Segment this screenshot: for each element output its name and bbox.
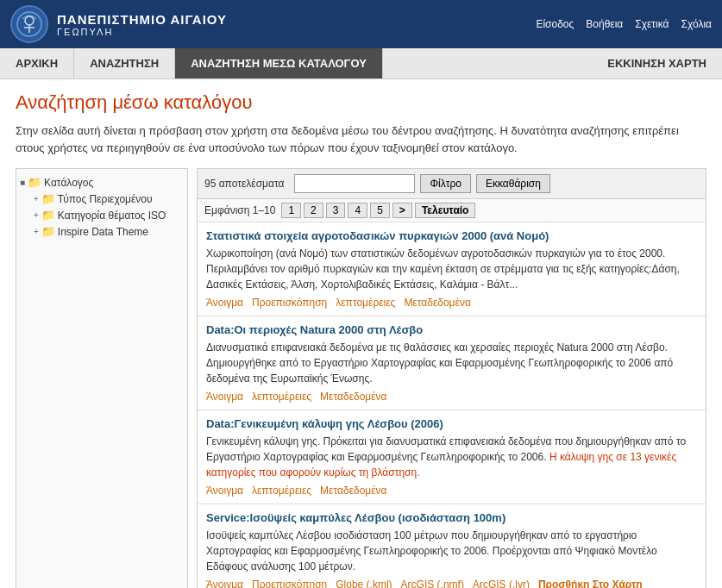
tree-root[interactable]: ■ 📁 Κατάλογος (20, 174, 184, 191)
tree-content-type-label: Τύπος Περιεχομένου (58, 193, 153, 205)
result-1-action-3[interactable]: Μεταδεδομένα (404, 297, 470, 309)
result-item-4: Service:Ισοϋψείς καμπύλες Λέσβου (ισοδιά… (198, 504, 706, 588)
result-4-action-4[interactable]: ArcGIS (.lyr) (473, 579, 530, 588)
help-link[interactable]: Βοήθεια (586, 18, 623, 30)
result-title-4[interactable]: Service:Ισοϋψείς καμπύλες Λέσβου (ισοδιά… (206, 511, 697, 524)
results-count: 95 αποτελέσματα (204, 178, 284, 190)
about-link[interactable]: Σχετικά (635, 18, 669, 30)
root-expander[interactable]: ■ (20, 178, 25, 187)
result-item-3: Data:Γενικευμένη κάλυψη γης Λέσβου (2006… (198, 410, 706, 504)
pagination-label: Εμφάνιση 1–10 (204, 204, 275, 216)
result-desc-text-4: Ισοϋψείς καμπύλες Λέσβου ισοδιάσταση 100… (206, 529, 657, 572)
result-1-action-1[interactable]: Προεπισκόπηση (252, 297, 327, 309)
page-btn-2[interactable]: 2 (304, 203, 323, 218)
nav-catalog[interactable]: ΑΝΑΖΗΤΗΣΗ ΜΕΣΩ ΚΑΤΑΛΟΓΟΥ (175, 48, 383, 78)
result-title-2[interactable]: Data:Οι περιοχές Natura 2000 στη Λέσβο (206, 323, 697, 336)
inspire-theme-expander[interactable]: + (34, 227, 39, 236)
start-map-button[interactable]: ΕΚΚΙΝΗΣΗ ΧΑΡΤΗ (592, 48, 722, 78)
comments-link[interactable]: Σχόλια (681, 18, 712, 30)
main-area: ■ 📁 Κατάλογος + 📁 Τύπος Περιεχομένου + 📁… (16, 168, 706, 588)
university-logo (10, 5, 48, 43)
result-desc-4: Ισοϋψείς καμπύλες Λέσβου ισοδιάσταση 100… (206, 528, 697, 574)
tree-iso-category[interactable]: + 📁 Κατηγορία θέματος ISO (34, 207, 184, 223)
result-actions-3: Άνοιγμα λεπτομέρειες Μεταδεδομένα (206, 485, 697, 497)
result-desc-1: Χωρικοποίηση (ανά Νομό) των στατιστικών … (206, 246, 697, 292)
result-2-action-1[interactable]: λεπτομέρειες (252, 391, 311, 403)
result-desc-2: Διανυσματικά επιφανειακά δεδομένα με τις… (206, 340, 697, 386)
page-btn-5[interactable]: 5 (370, 203, 390, 218)
results-panel: 95 αποτελέσματα Φίλτρο Εκκαθάριση Εμφάνι… (197, 168, 706, 588)
result-4-action-1[interactable]: Προεπισκόπηση (252, 579, 327, 588)
result-4-action-3[interactable]: ArcGIS (.nmf) (401, 579, 464, 588)
result-2-action-0[interactable]: Άνοιγμα (206, 391, 243, 403)
tree-iso-category-label: Κατηγορία θέματος ISO (58, 210, 166, 222)
iso-category-folder-icon: 📁 (41, 209, 55, 222)
header: ΠΑΝΕΠΙΣΤΗΜΙΟ ΑΙΓΑΙΟΥ ΓΕΩΠΥΛΗ Είσοδος Βοή… (0, 0, 722, 48)
result-actions-2: Άνοιγμα λεπτομέρειες Μεταδεδομένα (206, 391, 697, 403)
page-btn-last[interactable]: Τελευταίο (415, 203, 476, 218)
results-toolbar: 95 αποτελέσματα Φίλτρο Εκκαθάριση (198, 169, 706, 199)
page-btn-1[interactable]: 1 (281, 203, 301, 218)
result-1-action-0[interactable]: Άνοιγμα (206, 297, 243, 309)
results-list: Στατιστικά στοιχεία αγροτοδασικών πυρκαγ… (198, 222, 706, 588)
portal-name: ΓΕΩΠΥΛΗ (57, 27, 227, 37)
tree-children: + 📁 Τύπος Περιεχομένου + 📁 Κατηγορία θέμ… (34, 191, 184, 240)
tree-content-type[interactable]: + 📁 Τύπος Περιεχομένου (34, 191, 184, 207)
page-btn-3[interactable]: 3 (326, 203, 346, 218)
nav-home[interactable]: ΑΡΧΙΚΗ (0, 48, 74, 78)
navbar-left: ΑΡΧΙΚΗ ΑΝΑΖΗΤΗΣΗ ΑΝΑΖΗΤΗΣΗ ΜΕΣΩ ΚΑΤΑΛΟΓΟ… (0, 48, 383, 78)
result-actions-1: Άνοιγμα Προεπισκόπηση λεπτομέρειες Μεταδ… (206, 297, 697, 309)
content-type-folder-icon: 📁 (41, 192, 55, 205)
result-item-2: Data:Οι περιοχές Natura 2000 στη Λέσβο Δ… (198, 316, 706, 410)
header-title: ΠΑΝΕΠΙΣΤΗΜΙΟ ΑΙΓΑΙΟΥ ΓΕΩΠΥΛΗ (57, 12, 227, 37)
tree-inspire-theme[interactable]: + 📁 Inspire Data Theme (34, 223, 184, 240)
page-btn-next[interactable]: > (392, 203, 412, 218)
clear-button[interactable]: Εκκαθάριση (476, 174, 550, 193)
iso-category-expander[interactable]: + (34, 210, 39, 220)
result-item-1: Στατιστικά στοιχεία αγροτοδασικών πυρκαγ… (198, 222, 706, 316)
login-link[interactable]: Είσοδος (536, 18, 574, 30)
result-desc-text-1: Χωρικοποίηση (ανά Νομό) των στατιστικών … (206, 247, 680, 291)
page-content: Αναζήτηση μέσω καταλόγου Στην σελίδα αυτ… (0, 79, 722, 588)
result-desc-text-2: Διανυσματικά επιφανειακά δεδομένα με τις… (206, 341, 673, 385)
result-title-1[interactable]: Στατιστικά στοιχεία αγροτοδασικών πυρκαγ… (206, 229, 697, 242)
tree-root-label: Κατάλογος (44, 177, 93, 189)
page-title: Αναζήτηση μέσω καταλόγου (16, 91, 706, 114)
result-3-action-2[interactable]: Μεταδεδομένα (320, 485, 386, 497)
result-3-action-1[interactable]: λεπτομέρειες (252, 485, 311, 497)
header-nav: Είσοδος Βοήθεια Σχετικά Σχόλια (536, 18, 712, 30)
result-2-action-2[interactable]: Μεταδεδομένα (320, 391, 386, 403)
pagination: Εμφάνιση 1–10 1 2 3 4 5 > Τελευταίο (198, 199, 706, 222)
filter-input[interactable] (294, 174, 415, 193)
result-title-3[interactable]: Data:Γενικευμένη κάλυψη γης Λέσβου (2006… (206, 417, 697, 430)
result-3-action-0[interactable]: Άνοιγμα (206, 485, 243, 497)
page-description: Στην σελίδα αυτή δίνεται η πρόσβαση στον… (16, 122, 706, 156)
result-actions-4: Άνοιγμα Προεπισκόπηση Globe (.kml) ArcGI… (206, 579, 697, 588)
result-desc-3: Γενικευμένη κάλυψη γης. Πρόκειται για δι… (206, 434, 697, 480)
nav-search[interactable]: ΑΝΑΖΗΤΗΣΗ (74, 48, 175, 78)
page-btn-4[interactable]: 4 (348, 203, 367, 218)
result-4-action-0[interactable]: Άνοιγμα (206, 579, 243, 588)
header-left: ΠΑΝΕΠΙΣΤΗΜΙΟ ΑΙΓΑΙΟΥ ΓΕΩΠΥΛΗ (10, 5, 227, 43)
university-name: ΠΑΝΕΠΙΣΤΗΜΙΟ ΑΙΓΑΙΟΥ (57, 12, 227, 27)
root-folder-icon: 📁 (28, 176, 41, 189)
result-4-action-2[interactable]: Globe (.kml) (336, 579, 392, 588)
filter-button[interactable]: Φίλτρο (420, 174, 470, 193)
result-1-action-2[interactable]: λεπτομέρειες (336, 297, 395, 309)
tree-panel: ■ 📁 Κατάλογος + 📁 Τύπος Περιεχομένου + 📁… (16, 168, 188, 588)
result-4-action-5[interactable]: Προσθήκη Στο Χάρτη (538, 579, 643, 588)
content-type-expander[interactable]: + (34, 194, 39, 203)
navbar: ΑΡΧΙΚΗ ΑΝΑΖΗΤΗΣΗ ΑΝΑΖΗΤΗΣΗ ΜΕΣΩ ΚΑΤΑΛΟΓΟ… (0, 48, 722, 79)
inspire-theme-folder-icon: 📁 (41, 225, 55, 238)
tree-inspire-theme-label: Inspire Data Theme (58, 226, 148, 238)
